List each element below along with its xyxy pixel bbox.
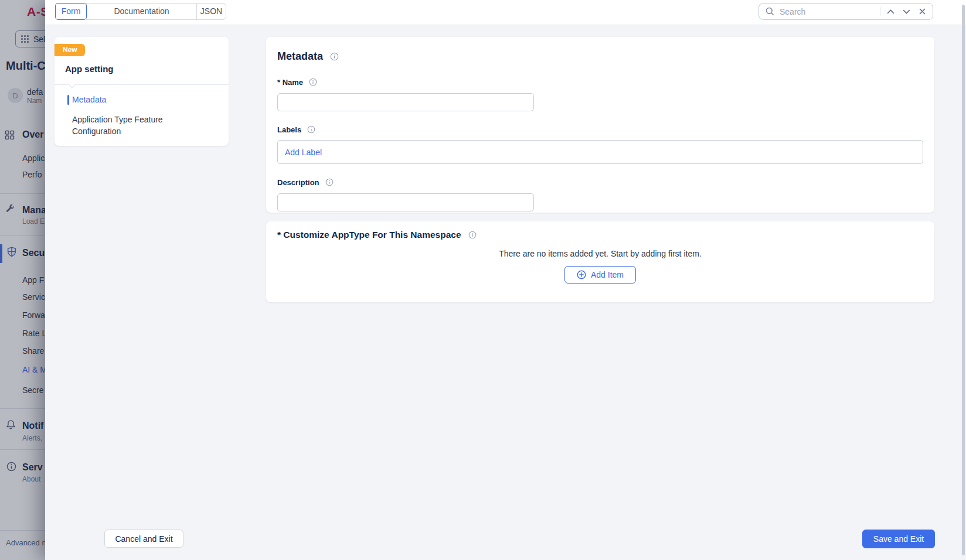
plus-circle-icon [577,270,586,279]
tab-documentation[interactable]: Documentation [86,3,197,20]
search-icon [765,6,774,18]
cancel-and-exit-button[interactable]: Cancel and Exit [104,530,183,548]
chevron-up-icon[interactable] [885,6,896,18]
steps-panel: New App setting Metadata Application Typ… [55,37,229,146]
divider [880,7,880,16]
search-input[interactable] [778,6,876,17]
step-apptype-feature-configuration[interactable]: Application Type Feature Configuration [55,112,193,139]
step-metadata[interactable]: Metadata [55,92,229,107]
metadata-card-title: Metadata [277,50,923,63]
chevron-down-icon[interactable] [900,6,912,18]
metadata-card-title-text: Metadata [277,50,323,63]
labels-field-label: Labels [277,124,923,135]
name-field-label: * Name [277,76,923,88]
tab-json[interactable]: JSON [196,3,226,20]
add-item-row: Add Item [277,266,923,284]
new-badge: New [55,44,85,56]
labels-label-text: Labels [277,125,301,134]
save-and-exit-button[interactable]: Save and Exit [862,530,935,548]
labels-container: Add Label [277,140,923,164]
add-label-button[interactable]: Add Label [285,148,322,157]
app-setting-drawer: Form Documentation JSON [45,0,966,560]
add-item-button[interactable]: Add Item [564,266,636,284]
add-item-label: Add Item [591,270,624,279]
step-nav: Metadata Application Type Feature Config… [55,85,229,139]
info-icon[interactable] [307,76,319,88]
drawer-topbar: Form Documentation JSON [45,0,966,25]
customize-apptype-title-text: * Customize AppType For This Namespace [277,230,461,240]
description-label-text: Description [277,178,319,187]
name-input[interactable] [277,93,534,111]
description-input[interactable] [277,193,534,211]
panel-title: App setting [65,64,229,74]
metadata-card: Metadata * Name Labels Add Label [266,37,934,213]
search-bar [758,3,933,20]
vertical-scrollbar[interactable] [962,5,965,555]
divider [55,84,229,85]
tab-form[interactable]: Form [55,3,87,20]
empty-state-text: There are no items added yet. Start by a… [277,249,923,258]
collapse-notch-icon [69,85,76,88]
customize-apptype-title: * Customize AppType For This Namespace [277,229,923,241]
close-icon[interactable] [916,6,928,18]
description-field-label: Description [277,176,923,188]
view-mode-tabs: Form Documentation JSON [55,3,226,20]
info-icon[interactable] [305,124,317,135]
customize-apptype-card: * Customize AppType For This Namespace T… [266,221,934,302]
info-icon[interactable] [328,51,340,63]
info-icon[interactable] [467,229,478,241]
drawer-content: New App setting Metadata Application Typ… [45,25,966,560]
info-icon[interactable] [324,176,335,188]
name-label-text: * Name [277,78,303,87]
modal-scrim[interactable] [0,0,45,560]
